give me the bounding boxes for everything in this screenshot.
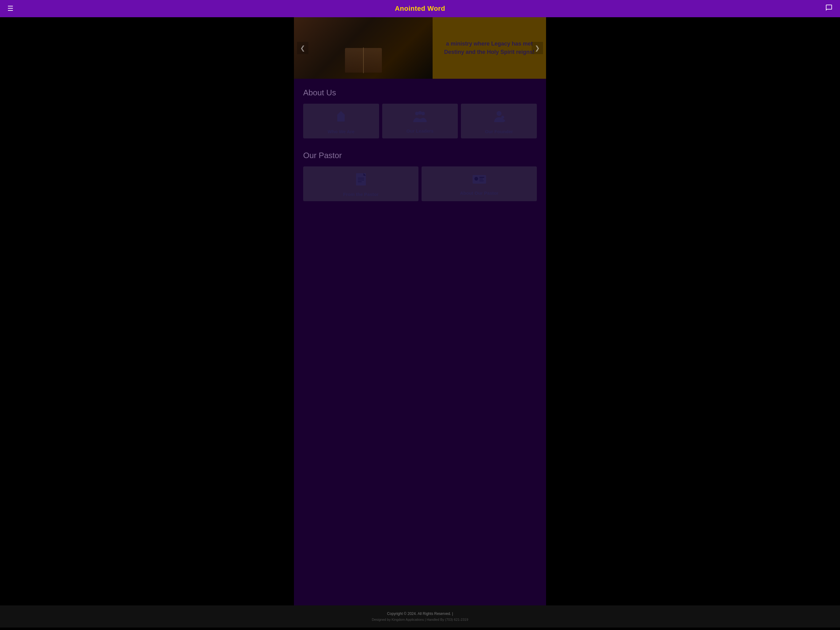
from-the-pastor-label: From the Pastor <box>343 192 379 197</box>
about-our-pastor-card[interactable]: About Our Pastor <box>422 166 537 201</box>
from-the-pastor-card[interactable]: From the Pastor <box>303 166 418 201</box>
chat-icon[interactable] <box>825 4 833 13</box>
note-icon <box>355 173 367 188</box>
our-pastor-cards: From the Pastor About Our Pastor <box>303 166 537 201</box>
app-title: Anointed Word <box>395 5 445 13</box>
svg-point-5 <box>421 112 425 116</box>
svg-rect-2 <box>340 113 342 116</box>
slider-image <box>294 17 433 79</box>
svg-point-15 <box>474 177 478 180</box>
our-pastor-title: Our Pastor <box>303 151 537 160</box>
slider-text-panel: a ministry where Legacy has met Destiny … <box>433 17 546 79</box>
slider-caption: a ministry where Legacy has met Destiny … <box>439 40 540 56</box>
menu-icon[interactable]: ☰ <box>7 5 14 13</box>
our-leaders-card[interactable]: Our Leaders <box>382 104 458 138</box>
slider-next-button[interactable]: ❯ <box>532 42 543 54</box>
hero-slider: ❮ a ministry where Legacy has met Destin… <box>294 17 546 79</box>
our-leaders-label: Our Leaders <box>406 128 434 133</box>
svg-point-4 <box>415 112 419 116</box>
about-us-section: About Us Who We Are <box>294 79 546 141</box>
footer-copyright: Copyright © 2024. All Rights Reserved. | <box>6 611 834 616</box>
our-pastor-section: Our Pastor From the Pastor <box>294 141 546 204</box>
svg-rect-3 <box>339 118 343 122</box>
slider-prev-button[interactable]: ❮ <box>297 42 308 54</box>
about-us-title: About Us <box>303 88 537 98</box>
app-footer: Copyright © 2024. All Rights Reserved. |… <box>0 605 840 628</box>
footer-powered-by: Designed by Kingdom Applications | Handl… <box>6 618 834 621</box>
id-card-icon <box>472 174 487 187</box>
svg-point-8 <box>501 116 504 119</box>
main-content: ❮ a ministry where Legacy has met Destin… <box>294 17 546 605</box>
svg-rect-16 <box>479 177 484 178</box>
svg-rect-17 <box>479 179 483 179</box>
app-header: ☰ Anointed Word <box>0 0 840 17</box>
who-we-are-card[interactable]: Who We Are <box>303 104 379 138</box>
who-we-are-label: Who We Are <box>328 129 355 134</box>
our-founder-label: Our Founder <box>485 129 513 134</box>
church-icon <box>334 110 348 125</box>
leaders-icon <box>413 111 427 125</box>
founder-icon <box>492 110 506 125</box>
svg-point-6 <box>418 111 422 115</box>
svg-point-7 <box>497 111 502 116</box>
about-our-pastor-label: About Our Pastor <box>460 190 498 196</box>
about-us-cards: Who We Are Our Leaders <box>303 104 537 138</box>
svg-rect-18 <box>479 180 484 181</box>
svg-rect-10 <box>356 173 363 176</box>
our-founder-card[interactable]: Our Founder <box>461 104 537 138</box>
